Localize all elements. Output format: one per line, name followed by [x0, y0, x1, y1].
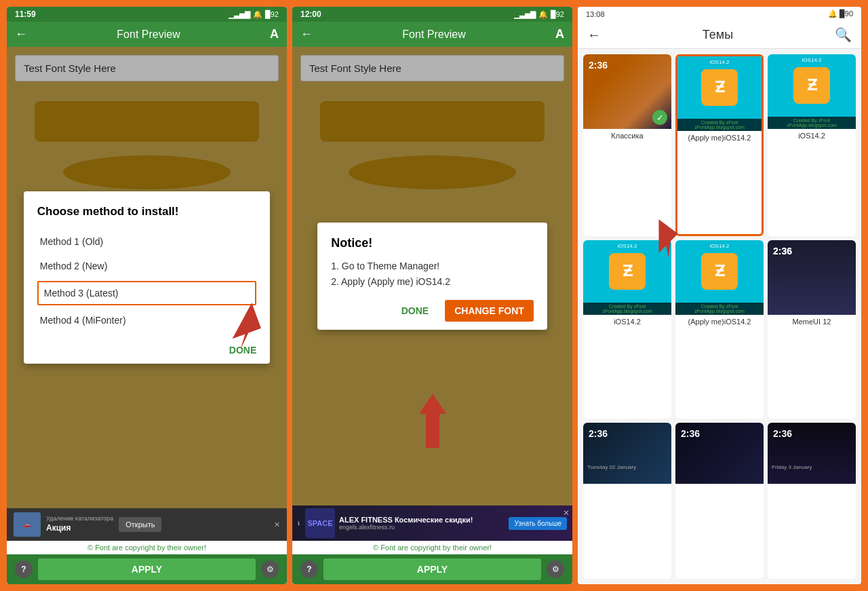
zfont-footer-1: Created By zFontzFontApp.blogspot.com	[677, 119, 762, 131]
themes-search-button[interactable]: 🔍	[835, 26, 852, 43]
ad-title-2: ALEX FITNESS Космические скидки!	[339, 516, 505, 524]
apply-me-ios-label-5: (Apply me)iOS14.2	[675, 315, 764, 328]
app-header-1: ← Font Preview A	[7, 22, 287, 47]
themes-icons: 🔔 ▉90	[828, 9, 853, 18]
signal-icon-1: ▁▃▅▇	[229, 10, 250, 19]
zfont-footer-2: Created By zFontzFontApp.blogspot.com	[768, 117, 856, 129]
theme-card-klassika[interactable]: 2:36 ✓ Классика	[583, 54, 671, 236]
settings-button-1[interactable]: ⚙	[261, 560, 279, 578]
dialog-overlay-2: Notice! 1. Go to Theme Manager! 2. Apply…	[292, 47, 572, 506]
apply-button-2[interactable]: APPLY	[323, 558, 541, 580]
dialog-option-2[interactable]: Method 2 (New)	[37, 254, 256, 278]
themes-status-bar: 13:08 🔔 ▉90	[578, 7, 861, 21]
ad-text-2: ALEX FITNESS Космические скидки! engels.…	[339, 516, 505, 531]
klassika-time: 2:36	[589, 60, 608, 71]
panel-1: 11:59 ▁▃▅▇ 🔔 ▉92 ← Font Preview A Test F…	[7, 7, 287, 584]
ad-excl-2: ℹ	[298, 520, 300, 527]
themes-grid: 2:36 ✓ Классика iOS14.2 Created By zFont…	[578, 49, 861, 584]
ios142-label-4: iOS14.2	[583, 315, 671, 328]
back-button-2[interactable]: ←	[300, 27, 313, 41]
ad-thumbnail-2: SPACE	[305, 508, 335, 538]
notice-text: 1. Go to Theme Manager! 2. Apply (Apply …	[331, 259, 534, 289]
font-icon-2[interactable]: A	[555, 27, 564, 41]
font-icon-1[interactable]: A	[270, 27, 279, 41]
dark8-label	[675, 484, 764, 489]
back-button-1[interactable]: ←	[15, 27, 27, 41]
dark8-time: 2:36	[681, 428, 700, 439]
status-icons-1: ▁▃▅▇ 🔔 ▉92	[229, 10, 279, 19]
ad-label-1: Удаление катализатора	[46, 515, 113, 523]
theme-thumb-dark-7: 2:36 Tuesday 02 January	[583, 423, 671, 484]
app-bottom-2: ℹ SPACE ALEX FITNESS Космические скидки!…	[292, 506, 572, 584]
dialog-option-1[interactable]: Method 1 (Old)	[37, 229, 256, 254]
battery-icon-1: ▉92	[265, 10, 279, 19]
ad-close-button-2[interactable]: ✕	[563, 508, 570, 518]
app-bottom-1: 🚗 Удаление катализатора Акция Открыть ✕ …	[7, 508, 287, 584]
settings-button-2[interactable]: ⚙	[547, 560, 564, 578]
ios-version-label-1: iOS14.2	[710, 59, 730, 65]
header-title-1: Font Preview	[33, 28, 264, 41]
apply-me-ios-label: (Apply me)iOS14.2	[677, 131, 762, 145]
zfont-icon-4	[701, 253, 738, 290]
ad-thumbnail-1: 🚗	[14, 512, 41, 537]
bottom-nav-1: ? APPLY ⚙	[7, 554, 287, 584]
apply-button-1[interactable]: APPLY	[38, 558, 256, 580]
zfont-icon-1	[701, 69, 738, 106]
theme-card-dark-9[interactable]: 2:36 Friday 3 January	[768, 423, 856, 579]
theme-card-ios142-4[interactable]: iOS14.2 Created By zFontzFontApp.blogspo…	[583, 240, 671, 418]
wifi-icon-2: 🔔	[538, 10, 548, 19]
arrow-annotation-1	[212, 301, 273, 348]
notice-title: Notice!	[331, 236, 534, 250]
zfont-icon-3	[609, 253, 646, 290]
dialog-title-1: Choose method to install!	[37, 205, 256, 218]
ios-version-label-3: iOS14.2	[618, 243, 637, 249]
help-button-2[interactable]: ?	[300, 560, 318, 578]
copyright-2: © Font are copyright by their owner!	[292, 541, 572, 554]
klassika-check: ✓	[652, 110, 667, 125]
notice-footer: DONE CHANGE FONT	[331, 300, 534, 322]
ios-version-label-2: iOS14.2	[802, 57, 822, 63]
theme-card-dark-8[interactable]: 2:36	[675, 423, 764, 579]
dark9-label	[768, 484, 856, 489]
battery-icon-2: ▉92	[551, 10, 564, 19]
app-header-2: ← Font Preview A	[292, 22, 572, 47]
status-bar-1: 11:59 ▁▃▅▇ 🔔 ▉92	[7, 7, 287, 22]
memeui-label: MemeUI 12	[768, 315, 856, 328]
theme-card-apply-me-ios[interactable]: iOS14.2 Created By zFontzFontApp.blogspo…	[675, 54, 764, 236]
status-bar-2: 12:00 ▁▃▅▇ 🔔 ▉92	[292, 7, 572, 22]
status-icons-2: ▁▃▅▇ 🔔 ▉92	[514, 10, 564, 19]
ios-version-label-4: iOS14.2	[710, 243, 730, 249]
ad-title-1: Акция	[46, 523, 113, 534]
theme-card-ios142-3[interactable]: iOS14.2 Created By zFontzFontApp.blogspo…	[768, 54, 856, 236]
themes-time: 13:08	[586, 10, 605, 18]
notice-line-2: 2. Apply (Apply me) iOS14.2	[331, 274, 534, 289]
status-time-2: 12:00	[300, 9, 321, 19]
themes-back-button[interactable]: ←	[587, 27, 601, 43]
theme-card-apply-me-ios-5[interactable]: iOS14.2 Created By zFontzFontApp.blogspo…	[675, 240, 764, 418]
ad-close-button-1[interactable]: ✕	[274, 520, 280, 529]
bottom-nav-2: ? APPLY ⚙	[292, 554, 572, 584]
app-content-2: Test Font Style Here SET-OS.RU Notice! 1…	[292, 47, 572, 506]
ad-bar-2: ℹ SPACE ALEX FITNESS Космические скидки!…	[292, 506, 572, 541]
ad-more-button-2[interactable]: Узнать больше	[509, 517, 567, 530]
dark7-label	[583, 484, 671, 489]
theme-thumb-apply-me-ios: iOS14.2 Created By zFontzFontApp.blogspo…	[677, 56, 762, 131]
help-button-1[interactable]: ?	[15, 560, 33, 578]
klassika-label: Классика	[583, 129, 671, 142]
notice-done-button[interactable]: DONE	[401, 300, 429, 322]
change-font-button[interactable]: CHANGE FONT	[445, 300, 534, 322]
status-time-1: 11:59	[15, 9, 36, 19]
theme-thumb-dark-8: 2:36	[675, 423, 764, 484]
app-container: 11:59 ▁▃▅▇ 🔔 ▉92 ← Font Preview A Test F…	[7, 7, 861, 584]
theme-thumb-ios142-3: iOS14.2 Created By zFontzFontApp.blogspo…	[768, 54, 856, 129]
arrow-annotation-2	[409, 394, 456, 448]
dialog-overlay-1: Choose method to install! Method 1 (Old)…	[7, 47, 287, 508]
theme-thumb-dark-9: 2:36 Friday 3 January	[768, 423, 856, 484]
theme-card-dark-7[interactable]: 2:36 Tuesday 02 January	[583, 423, 671, 579]
ad-bar-1: 🚗 Удаление катализатора Акция Открыть ✕	[7, 508, 287, 541]
dark9-date: Friday 3 January	[772, 464, 812, 470]
signal-icon-2: ▁▃▅▇	[514, 10, 536, 19]
theme-card-memeui[interactable]: 2:36 MemeUI 12	[768, 240, 856, 418]
copyright-1: © Font are copyright by their owner!	[7, 541, 287, 554]
ad-open-button-1[interactable]: Открыть	[119, 517, 161, 532]
